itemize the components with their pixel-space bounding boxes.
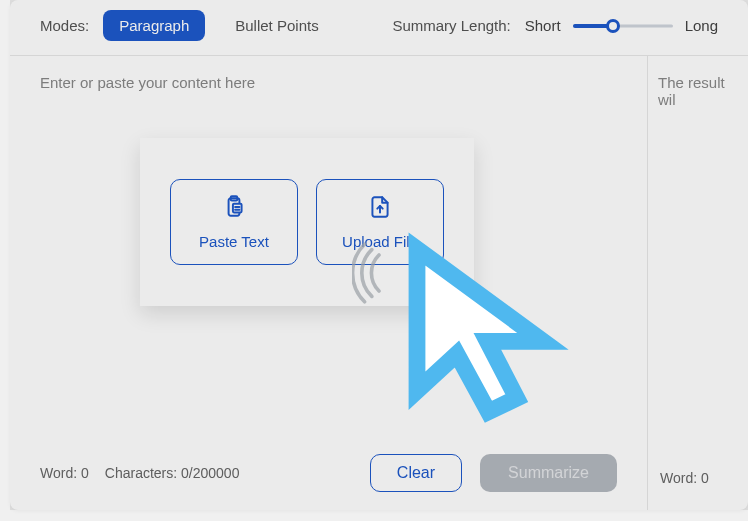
word-count: Word: 0 bbox=[40, 465, 89, 481]
short-label: Short bbox=[525, 17, 561, 34]
summary-length-slider-wrap: Short Long bbox=[525, 17, 718, 34]
upload-file-label: Upload File bbox=[342, 233, 418, 250]
summary-length-slider[interactable] bbox=[573, 19, 673, 33]
summarize-button[interactable]: Summarize bbox=[480, 454, 617, 492]
output-placeholder: The result wil bbox=[658, 74, 738, 108]
modes-label: Modes: bbox=[40, 17, 89, 34]
mode-paragraph-button[interactable]: Paragraph bbox=[103, 10, 205, 41]
toolbar: Modes: Paragraph Bullet Points Summary L… bbox=[10, 0, 748, 56]
long-label: Long bbox=[685, 17, 718, 34]
character-count: Characters: 0/200000 bbox=[105, 465, 240, 481]
mode-bullet-button[interactable]: Bullet Points bbox=[219, 10, 334, 41]
paste-text-label: Paste Text bbox=[199, 233, 269, 250]
output-word-count: Word: 0 bbox=[660, 470, 709, 486]
clear-button[interactable]: Clear bbox=[370, 454, 462, 492]
upload-file-button[interactable]: Upload File bbox=[316, 179, 444, 265]
input-panel[interactable]: Enter or paste your content here bbox=[10, 56, 648, 510]
clipboard-icon bbox=[221, 194, 247, 223]
upload-file-icon bbox=[367, 194, 393, 223]
paste-text-button[interactable]: Paste Text bbox=[170, 179, 298, 265]
output-panel: The result wil Word: 0 bbox=[648, 56, 748, 510]
summary-length-label: Summary Length: bbox=[392, 17, 510, 34]
slider-thumb[interactable] bbox=[606, 19, 620, 33]
input-placeholder: Enter or paste your content here bbox=[40, 74, 617, 91]
svg-rect-4 bbox=[233, 204, 242, 213]
input-bottom-bar: Word: 0 Characters: 0/200000 Clear Summa… bbox=[40, 454, 617, 492]
input-options-popup: Paste Text Upload File bbox=[140, 138, 474, 306]
